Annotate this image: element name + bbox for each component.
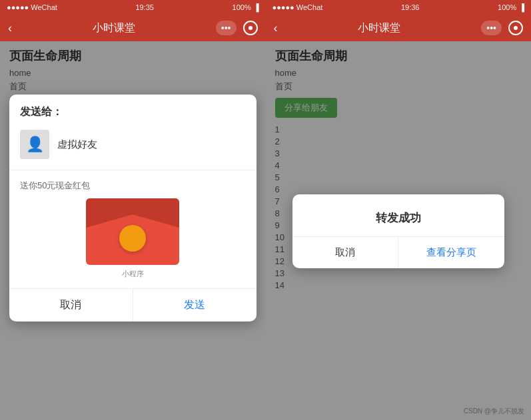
left-nav-icons: ••• — [216, 21, 258, 35]
re-body — [86, 198, 179, 265]
send-dialog-recipient: 👤 虚拟好友 — [9, 124, 257, 170]
right-nav-icons: ••• — [481, 21, 523, 35]
left-nav-dots[interactable]: ••• — [216, 21, 237, 35]
left-status-bar: ●●●●● WeChat 19:35 100% ▐ — [0, 0, 266, 15]
right-back-icon: ‹ — [274, 21, 278, 35]
right-battery-icon: ▐ — [519, 3, 524, 11]
left-nav-bar: ‹ 小时课堂 ••• — [0, 15, 266, 41]
left-time: 19:35 — [135, 3, 154, 11]
left-back-icon: ‹ — [8, 21, 12, 35]
avatar-person-icon: 👤 — [26, 136, 44, 153]
left-page-content: 页面生命周期 home 首页 发送给： 👤 虚拟好友 送你50元现金红包 — [0, 41, 266, 420]
right-status-left: ●●●●● WeChat — [272, 3, 323, 11]
left-battery-icon: ▐ — [254, 3, 259, 11]
right-nav-bar: ‹ 小时课堂 ••• — [266, 15, 532, 41]
success-dialog: 转发成功 取消 查看分享页 — [292, 194, 505, 268]
send-dialog-header: 发送给： — [9, 95, 257, 124]
left-status-right: 100% ▐ — [233, 3, 259, 11]
re-label: 送你50元现金红包 — [20, 180, 246, 192]
right-phone-panel: ●●●●● WeChat 19:36 100% ▐ ‹ 小时课堂 ••• 页面生… — [266, 0, 532, 420]
success-dialog-title: 转发成功 — [292, 194, 505, 236]
send-dialog: 发送给： 👤 虚拟好友 送你50元现金红包 小程序 取消 — [9, 95, 257, 321]
recipient-avatar: 👤 — [20, 130, 49, 159]
right-nav-title: 小时课堂 — [358, 21, 400, 35]
right-status-bar: ●●●●● WeChat 19:36 100% ▐ — [266, 0, 532, 15]
left-nav-title: 小时课堂 — [93, 21, 135, 35]
left-nav-target[interactable] — [243, 21, 258, 35]
right-battery: 100% — [498, 3, 516, 11]
success-cancel-button[interactable]: 取消 — [292, 237, 398, 268]
success-view-button[interactable]: 查看分享页 — [398, 237, 504, 268]
right-page-content: 页面生命周期 home 首页 分享给朋友 1234567891011121314… — [266, 41, 532, 420]
left-signal: ●●●●● WeChat — [7, 3, 57, 11]
re-flap — [86, 198, 179, 228]
left-battery: 100% — [233, 3, 251, 11]
re-mini-label: 小程序 — [20, 269, 246, 279]
left-status-left: ●●●●● WeChat — [7, 3, 57, 11]
left-phone-panel: ●●●●● WeChat 19:35 100% ▐ ‹ 小时课堂 ••• 页面生… — [0, 0, 266, 420]
right-nav-target[interactable] — [508, 21, 523, 35]
success-dialog-footer: 取消 查看分享页 — [292, 236, 505, 268]
right-time: 19:36 — [401, 3, 420, 11]
right-signal: ●●●●● WeChat — [272, 3, 323, 11]
re-coin — [119, 225, 146, 252]
recipient-name: 虚拟好友 — [57, 138, 97, 151]
send-dialog-footer: 取消 发送 — [9, 288, 257, 321]
red-envelope — [86, 198, 179, 265]
right-status-right: 100% ▐ — [498, 3, 524, 11]
send-confirm-button[interactable]: 发送 — [133, 289, 257, 321]
send-cancel-button[interactable]: 取消 — [9, 289, 133, 321]
right-nav-dots[interactable]: ••• — [481, 21, 502, 35]
red-envelope-section: 送你50元现金红包 小程序 — [9, 170, 257, 288]
